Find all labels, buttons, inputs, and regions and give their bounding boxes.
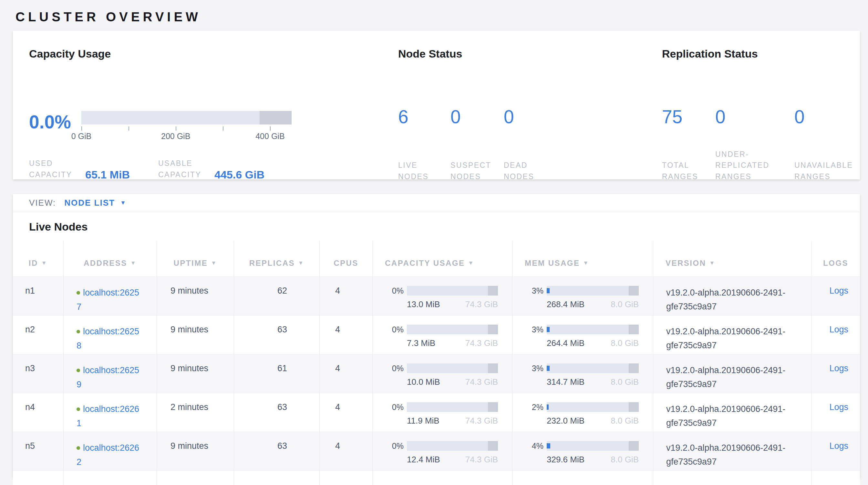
suspect-nodes-label: SUSPECT NODES [451, 160, 497, 182]
mem-used-value: 264.4 MiB [547, 338, 585, 348]
address-link[interactable]: localhost:26261 [76, 404, 139, 428]
address-link[interactable]: localhost:26257 [76, 288, 139, 312]
capacity-max-value: 74.3 GiB [465, 416, 498, 426]
mem-max-value: 8.0 GiB [611, 416, 639, 426]
live-status-dot-icon [76, 330, 80, 333]
bar-fill [547, 404, 549, 410]
logs-link[interactable]: Logs [829, 364, 848, 373]
column-header-uptime[interactable]: UPTIME▼ [157, 241, 234, 277]
table-row: n3 localhost:26259 9 minutes 61 4 0% 10.… [13, 354, 860, 393]
bar-tail [488, 325, 498, 334]
unavailable-ranges-label: UNAVAILABLE RANGES [795, 160, 864, 182]
usable-capacity-value: 445.6 GiB [214, 168, 265, 181]
address-cell: localhost:26257 [64, 277, 157, 315]
mem-used-value: 329.6 MiB [547, 455, 585, 465]
logs-link[interactable]: Logs [829, 325, 848, 334]
version-cell: v19.2.0-alpha.20190606-2491-gfe735c9a97 [653, 316, 811, 354]
capacity-usage-cell: 0% 7.3 MiB74.3 GiB [373, 316, 513, 354]
address-cell: localhost:26259 [64, 354, 157, 393]
column-header-id[interactable]: ID▼ [13, 241, 64, 277]
view-selector[interactable]: NODE LIST ▼ [64, 198, 126, 208]
address-link[interactable]: localhost:26262 [76, 443, 139, 467]
capacity-usage-cell: 0% 11.9 MiB74.3 GiB [373, 393, 513, 432]
table-row: n5 localhost:26262 9 minutes 63 4 0% 12.… [13, 432, 860, 470]
replication-status-title: Replication Status [662, 48, 758, 60]
node-id-cell: n2 [13, 316, 64, 354]
bar-tail [488, 364, 498, 373]
capacity-max-value: 74.3 GiB [465, 338, 498, 348]
capacity-max-value: 74.3 GiB [465, 299, 498, 309]
live-status-dot-icon [76, 369, 80, 372]
version-cell: v19.2.0-alpha.20190606-2491-gfe735c9a97 [653, 277, 811, 315]
cpus-cell: 4 [320, 277, 373, 315]
mem-max-value: 8.0 GiB [611, 338, 639, 348]
replicas-cell: 63 [234, 393, 320, 432]
logs-cell: Logs [811, 432, 860, 470]
version-cell: v19.2.0-alpha.20190606-2491-gfe735c9a97 [653, 393, 811, 432]
replicas-cell: 63 [234, 432, 320, 470]
bar-tail [629, 325, 639, 334]
column-header-logs: LOGS [811, 241, 860, 277]
capacity-used-value: 10.0 MiB [407, 377, 440, 387]
column-header-version[interactable]: VERSION▼ [653, 241, 811, 277]
mem-percent-label: 3% [527, 364, 544, 373]
logs-link[interactable]: Logs [829, 286, 848, 295]
capacity-bar-tail [259, 111, 291, 124]
capacity-max-value: 74.3 GiB [465, 377, 498, 387]
uptime-cell: 9 minutes [157, 316, 234, 354]
replication-status-section: Replication Status 75 0 0 TOTAL RANGES U… [662, 31, 860, 179]
version-cell: v19.2.0-alpha.20190606-2491-gfe735c9a97 [653, 354, 811, 393]
capacity-usage-cell: 0% 13.0 MiB74.3 GiB [373, 277, 513, 315]
address-link[interactable]: localhost:26259 [76, 365, 139, 389]
cpus-cell: 4 [320, 354, 373, 393]
sort-arrow-icon: ▼ [468, 260, 474, 266]
used-capacity-label: USED CAPACITY [29, 158, 83, 180]
logs-link[interactable]: Logs [829, 402, 848, 412]
column-header-cpus: CPUS [320, 241, 373, 277]
capacity-percent: 0.0% [29, 113, 82, 131]
capacity-percent-label: 0% [388, 403, 404, 412]
capacity-usage-cell: 0% 10.0 MiB74.3 GiB [373, 354, 513, 393]
mem-used-value: 314.7 MiB [547, 377, 585, 387]
node-table-body: n1 localhost:26257 9 minutes 62 4 0% 13.… [13, 277, 860, 485]
mem-usage-bar [547, 325, 639, 334]
view-selected-value: NODE LIST [64, 198, 115, 208]
capacity-axis-ticks [82, 124, 291, 130]
mem-usage-cell: 3% 314.7 MiB8.0 GiB [513, 354, 653, 393]
mem-max-value: 8.0 GiB [611, 299, 639, 309]
bar-tail [488, 402, 498, 412]
capacity-used-value: 13.0 MiB [407, 299, 440, 309]
column-header-capacity-usage[interactable]: CAPACITY USAGE▼ [373, 241, 513, 277]
node-status-title: Node Status [398, 48, 462, 60]
sort-arrow-icon: ▼ [709, 260, 716, 266]
capacity-usage-bar [407, 325, 498, 334]
mem-usage-cell: 3% 264.4 MiB8.0 GiB [513, 316, 653, 354]
capacity-percent-label: 0% [388, 325, 404, 334]
mem-percent-label: 4% [527, 441, 544, 451]
bar-fill [547, 288, 550, 293]
logs-cell: Logs [811, 393, 860, 432]
column-header-address[interactable]: ADDRESS▼ [64, 241, 157, 277]
address-cell: localhost:26258 [64, 316, 157, 354]
logs-link[interactable]: Logs [829, 441, 848, 451]
live-nodes-value: 6 [398, 108, 451, 126]
column-header-mem-usage[interactable]: MEM USAGE▼ [513, 241, 653, 277]
capacity-used-value: 7.3 MiB [407, 338, 435, 348]
dead-nodes-value: 0 [504, 108, 565, 126]
view-bar: VIEW: NODE LIST ▼ [13, 194, 860, 212]
mem-usage-bar [547, 286, 639, 295]
mem-usage-cell: 4% 329.6 MiB8.0 GiB [513, 432, 653, 470]
capacity-used-value: 11.9 MiB [407, 416, 439, 426]
column-header-replicas[interactable]: REPLICAS▼ [234, 241, 320, 277]
node-id-cell: n1 [13, 277, 64, 315]
cluster-summary-card: Capacity Usage 0.0% 0 GiB 200 GiB [13, 31, 860, 179]
address-link[interactable]: localhost:26258 [76, 326, 139, 350]
bar-fill [547, 327, 550, 332]
capacity-max-value: 74.3 GiB [465, 455, 498, 465]
under-replicated-ranges-label: UNDER-REPLICATED RANGES [715, 149, 785, 182]
page-title: CLUSTER OVERVIEW [0, 0, 868, 24]
sort-arrow-icon: ▼ [130, 260, 136, 266]
logs-cell: Logs [811, 277, 860, 315]
live-status-dot-icon [76, 291, 80, 294]
capacity-percent-label: 0% [388, 441, 404, 451]
